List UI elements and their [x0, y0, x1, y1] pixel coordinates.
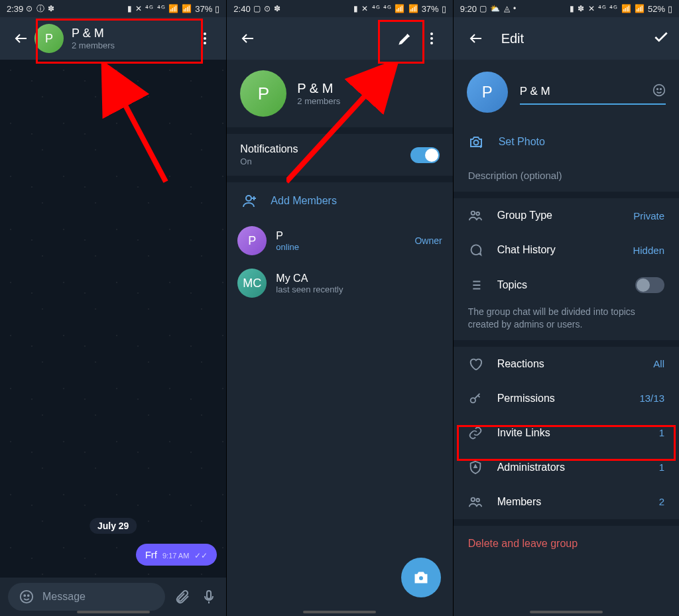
members-label: Members — [497, 496, 645, 508]
administrators-row[interactable]: Administrators 1 — [454, 450, 679, 485]
key-icon — [468, 391, 483, 406]
chat-history-row[interactable]: Chat History Hidden — [454, 233, 679, 267]
status-time: 9:20 — [460, 4, 477, 14]
topics-toggle[interactable] — [635, 277, 664, 293]
message-time: 9:17 AM — [162, 552, 189, 560]
member-name: P — [276, 230, 299, 242]
back-icon[interactable] — [463, 25, 489, 52]
svg-point-13 — [476, 212, 479, 216]
nav-pill[interactable] — [77, 611, 150, 613]
chat-icon — [468, 243, 483, 257]
camera-fab[interactable] — [401, 558, 441, 597]
permissions-label: Permissions — [497, 393, 625, 404]
group-avatar[interactable]: P — [240, 70, 286, 117]
status-left-icons: ▢ ⛅ ◬ • — [479, 4, 517, 13]
message-input[interactable]: Message — [8, 583, 165, 611]
add-members-button[interactable]: Add Members — [227, 182, 452, 219]
group-name-field[interactable] — [520, 85, 637, 98]
back-icon[interactable] — [8, 25, 34, 52]
svg-point-3 — [28, 595, 29, 596]
add-members-label: Add Members — [271, 195, 337, 207]
notifications-label: Notifications — [240, 143, 298, 155]
input-placeholder: Message — [42, 591, 86, 603]
administrators-value: 1 — [659, 462, 664, 473]
members-count-row[interactable]: Members 2 — [454, 485, 679, 519]
more-icon[interactable] — [418, 25, 445, 52]
profile-block[interactable]: P P & M 2 members — [227, 60, 452, 127]
reactions-value: All — [653, 358, 664, 369]
chat-body[interactable]: July 29 Frf 9:17 AM ✓✓ — [0, 60, 226, 578]
chat-header[interactable]: P P & M 2 members — [0, 17, 226, 60]
group-name-input[interactable] — [520, 80, 666, 105]
status-right-icons: ▮ ✕ ⁴ᴳ ⁴ᴳ 📶 📶 — [353, 4, 419, 13]
read-ticks-icon: ✓✓ — [194, 551, 208, 560]
svg-point-9 — [657, 89, 658, 90]
chat-subtitle: 2 members — [72, 40, 192, 50]
delete-leave-label: Delete and leave group — [468, 538, 578, 549]
status-bar: 2:39 ⊙ ⓘ ✽ ▮ ✕ ⁴ᴳ ⁴ᴳ 📶 📶 37% ▯ — [0, 0, 226, 17]
group-avatar[interactable]: P — [467, 72, 508, 113]
emoji-icon[interactable] — [17, 589, 36, 604]
member-name: My CA — [276, 273, 343, 284]
svg-point-16 — [476, 499, 479, 502]
set-photo-label: Set Photo — [499, 136, 545, 148]
members-value: 2 — [659, 496, 664, 507]
list-icon — [468, 278, 483, 292]
svg-point-2 — [24, 595, 25, 596]
svg-point-10 — [660, 89, 662, 90]
nav-pill[interactable] — [303, 611, 376, 613]
edit-header: Edit — [454, 17, 679, 60]
emoji-icon[interactable] — [652, 84, 666, 99]
notifications-row[interactable]: Notifications On — [227, 134, 452, 176]
svg-point-1 — [21, 591, 32, 603]
status-right-icons: ▮ ✽ ✕ ⁴ᴳ ⁴ᴳ 📶 📶 — [570, 4, 645, 13]
permissions-value: 13/13 — [639, 393, 664, 404]
chat-history-label: Chat History — [497, 244, 619, 256]
battery-icon: ▯ — [442, 4, 446, 14]
chat-title-block[interactable]: P & M 2 members — [72, 27, 192, 50]
chat-history-value: Hidden — [633, 245, 664, 256]
chat-background-pattern — [0, 60, 226, 578]
back-icon[interactable] — [235, 25, 261, 52]
set-photo-button[interactable]: Set Photo — [454, 125, 679, 159]
nav-pill[interactable] — [530, 611, 603, 613]
invite-links-label: Invite Links — [497, 427, 645, 439]
member-status: last seen recently — [276, 284, 343, 294]
more-icon[interactable] — [192, 25, 218, 52]
chat-title: P & M — [72, 27, 192, 40]
profile-subtitle: 2 members — [297, 96, 340, 106]
member-row[interactable]: MC My CA last seen recently — [227, 262, 452, 304]
message-bubble[interactable]: Frf 9:17 AM ✓✓ — [136, 544, 217, 566]
permissions-row[interactable]: Permissions 13/13 — [454, 381, 679, 416]
edit-pencil-icon[interactable] — [392, 25, 418, 52]
message-text: Frf — [145, 549, 157, 560]
date-chip: July 29 — [90, 518, 137, 534]
profile-title: P & M — [297, 81, 340, 96]
delete-leave-button[interactable]: Delete and leave group — [454, 526, 679, 562]
pane-profile: 2:40 ▢ ⊙ ✽ ▮ ✕ ⁴ᴳ ⁴ᴳ 📶 📶 37% ▯ P — [226, 0, 452, 616]
invite-links-row[interactable]: Invite Links 1 — [454, 416, 679, 450]
topics-hint: The group chat will be divided into topi… — [454, 303, 679, 340]
group-avatar[interactable]: P — [34, 24, 64, 53]
svg-point-6 — [246, 196, 251, 201]
member-row[interactable]: P P online Owner — [227, 219, 452, 262]
attach-icon[interactable] — [173, 589, 192, 605]
mic-icon[interactable] — [200, 589, 218, 605]
profile-header — [227, 17, 452, 60]
link-icon — [468, 426, 483, 440]
status-bar: 9:20 ▢ ⛅ ◬ • ▮ ✽ ✕ ⁴ᴳ ⁴ᴳ 📶 📶 52% ▯ — [454, 0, 679, 17]
battery-icon: ▯ — [668, 4, 672, 14]
group-type-label: Group Type — [497, 210, 619, 221]
pane-chat: 2:39 ⊙ ⓘ ✽ ▮ ✕ ⁴ᴳ ⁴ᴳ 📶 📶 37% ▯ P P & M 2… — [0, 0, 226, 616]
reactions-row[interactable]: Reactions All — [454, 347, 679, 381]
confirm-check-icon[interactable] — [652, 29, 670, 48]
topics-row[interactable]: Topics — [454, 267, 679, 303]
member-avatar: MC — [237, 269, 267, 298]
status-battery: 52% — [648, 4, 665, 14]
group-type-row[interactable]: Group Type Private — [454, 198, 679, 233]
description-input[interactable]: Description (optional) — [454, 159, 679, 192]
status-battery: 37% — [195, 4, 212, 14]
member-status: online — [276, 242, 299, 252]
svg-point-8 — [654, 85, 665, 96]
notifications-toggle[interactable] — [410, 147, 440, 163]
